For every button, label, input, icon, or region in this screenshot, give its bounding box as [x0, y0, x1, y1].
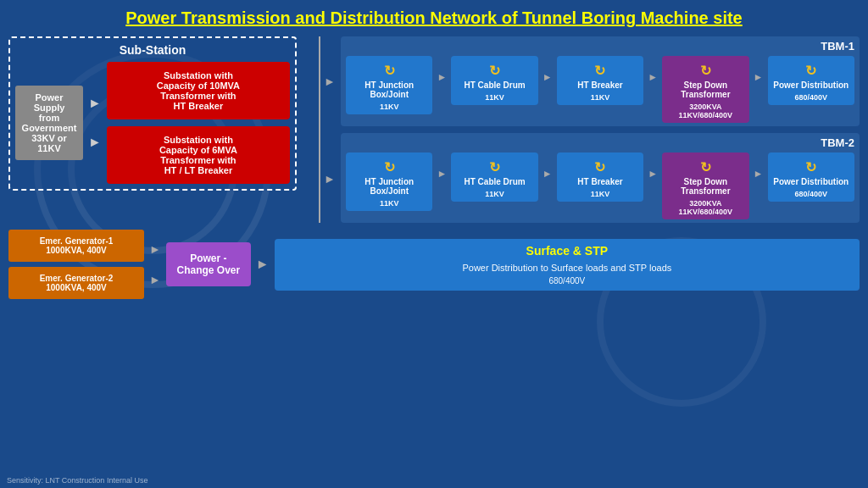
tbm2-label: TBM-2: [346, 136, 854, 149]
bottom-section: Emer. Generator-1 1000KVA, 400V Emer. Ge…: [0, 226, 868, 302]
substation-arrows: ► ►: [88, 96, 102, 150]
surface-box: Surface & STP Power Distribution to Surf…: [275, 239, 860, 291]
changeover-arrow: ►: [256, 257, 270, 272]
substation-boxes: Substation with Capacity of 10MVA Transf…: [107, 62, 290, 184]
power-supply-box: Power Supply from Government 33KV or 11K…: [15, 86, 83, 160]
surface-desc: Power Distribution to Surface loads and …: [283, 263, 851, 273]
tbm1-ht-junction: ↻ HT Junction Box/Joint 11KV: [346, 56, 432, 114]
tbm1-power-dist: ↻ Power Distribution 680/400V: [768, 56, 854, 105]
tbm1-section: TBM-1 ↻ HT Junction Box/Joint 11KV ► ↻: [341, 36, 860, 126]
tbm1-components: ↻ HT Junction Box/Joint 11KV ► ↻ HT Cabl…: [346, 56, 854, 123]
tbm1-ht-breaker: ↻ HT Breaker 11KV: [557, 56, 643, 105]
h-arrows: ► ►: [324, 36, 337, 223]
substation-inner: Power Supply from Government 33KV or 11K…: [15, 62, 290, 184]
tbm-rows: TBM-1 ↻ HT Junction Box/Joint 11KV ► ↻: [341, 36, 860, 223]
substation-border: Sub-Station Power Supply from Government…: [8, 36, 297, 191]
generator-2: Emer. Generator-2 1000KVA, 400V: [8, 267, 144, 299]
tbm1-ht-cable-drum: ↻ HT Cable Drum 11KV: [451, 56, 537, 105]
tbm2-section: TBM-2 ↻ HT Junction Box/Joint 11KV ► ↻ H…: [341, 133, 860, 223]
tbm2-power-dist: ↻ Power Distribution 680/400V: [768, 152, 854, 202]
tbm-connector-area: ► ► TBM-1 ↻ HT Junction Box/Joint 11KV: [303, 36, 860, 223]
vertical-connector: [303, 36, 320, 223]
right-area: ► ► TBM-1 ↻ HT Junction Box/Joint 11KV: [303, 36, 860, 223]
changeover-box: Power - Change Over: [166, 242, 251, 286]
sensitivity-label: Sensitivity: LNT Construction Internal U…: [7, 476, 147, 485]
tbm2-step-down: ↻ Step Down Transformer 3200KVA 11KV/680…: [662, 152, 748, 219]
substation-label: Sub-Station: [15, 43, 290, 57]
tbm2-ht-breaker: ↻ HT Breaker 11KV: [557, 152, 643, 202]
tbm1-label: TBM-1: [346, 40, 854, 53]
tbm2-ht-cable-drum: ↻ HT Cable Drum 11KV: [451, 152, 537, 202]
arrow-top: ►: [88, 96, 102, 111]
generator-1: Emer. Generator-1 1000KVA, 400V: [8, 230, 144, 262]
main-layout: Sub-Station Power Supply from Government…: [0, 33, 868, 226]
tbm2-ht-junction: ↻ HT Junction Box/Joint 11KV: [346, 152, 432, 211]
tbm1-step-down: ↻ Step Down Transformer 3200KVA 11KV/680…: [662, 56, 748, 123]
generators-col: Emer. Generator-1 1000KVA, 400V Emer. Ge…: [8, 230, 144, 299]
tbm2-components: ↻ HT Junction Box/Joint 11KV ► ↻ HT Cabl…: [346, 152, 854, 219]
substation-box-2: Substation with Capacity of 6MVA Transfo…: [107, 126, 290, 184]
surface-label: Surface & STP: [283, 244, 851, 258]
arrow-bottom: ►: [88, 135, 102, 150]
substation-section: Sub-Station Power Supply from Government…: [8, 36, 297, 223]
surface-voltage: 680/400V: [283, 276, 851, 286]
page-title: Power Transmission and Distribution Netw…: [0, 0, 868, 33]
gen-arrows: ► ►: [149, 242, 161, 286]
substation-box-1: Substation with Capacity of 10MVA Transf…: [107, 62, 290, 119]
